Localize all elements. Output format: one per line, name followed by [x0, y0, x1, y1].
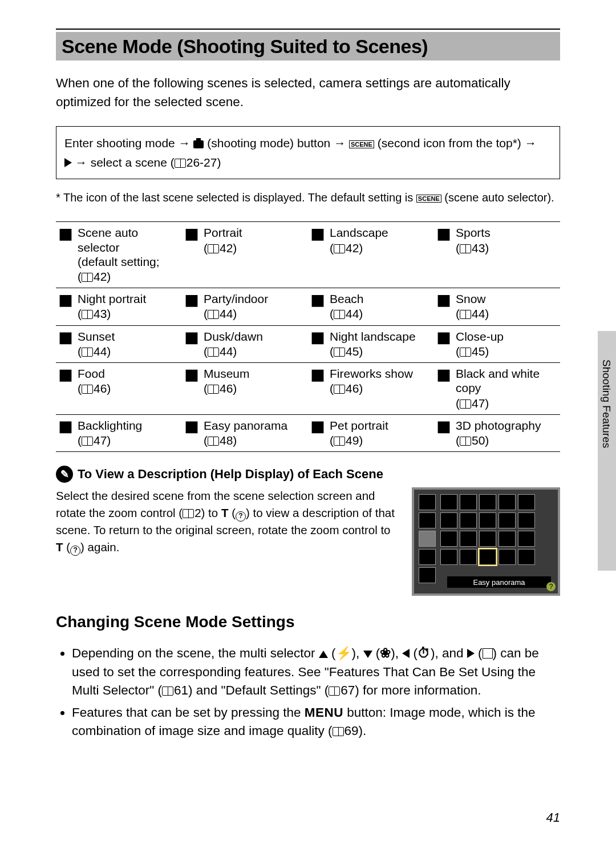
scene-mode-icon — [184, 368, 199, 383]
scene-cell: Night portrait(43) — [56, 288, 182, 325]
scene-mode-icon — [436, 420, 451, 435]
scene-ref: (42) — [330, 240, 388, 256]
bullet-2: Features that can be set by pressing the… — [72, 704, 560, 741]
scene-mode-icon — [184, 420, 199, 435]
scene-ref: (43) — [78, 306, 146, 321]
scene-cell: Scene auto selector(default setting;(42) — [56, 222, 182, 288]
scene-name: Portrait — [204, 225, 242, 240]
scene-icon: SCENE — [349, 140, 374, 148]
camera-screen-preview: Easy panorama ? — [412, 487, 560, 596]
camera-screen-label: Easy panorama — [447, 576, 551, 588]
book-icon — [460, 437, 471, 446]
help-circle-icon: ? — [236, 511, 246, 522]
scene-name: Night portrait — [78, 292, 146, 306]
camera-icon — [193, 140, 204, 148]
scene-cell: Sunset(44) — [56, 325, 182, 362]
navigation-box: Enter shooting mode → (shooting mode) bu… — [56, 126, 560, 179]
scene-icon: SCENE — [416, 195, 441, 203]
scene-name: Easy panorama — [204, 418, 287, 433]
scene-cell: Dusk/dawn(44) — [182, 325, 308, 362]
book-icon — [208, 385, 219, 394]
up-arrow-icon — [319, 651, 328, 658]
scene-ref: (42) — [78, 269, 180, 284]
scene-mode-icon — [436, 331, 451, 346]
scenes-table: Scene auto selector(default setting;(42)… — [56, 221, 560, 452]
right-arrow-icon — [467, 649, 475, 658]
book-icon — [460, 399, 471, 409]
book-icon — [208, 437, 219, 446]
scene-ref: (46) — [78, 381, 111, 396]
book-icon — [183, 509, 194, 518]
book-icon — [334, 310, 345, 319]
book-icon — [82, 310, 93, 319]
book-icon — [460, 244, 471, 253]
scene-mode-icon — [310, 227, 325, 242]
scene-name: Sports — [456, 225, 491, 240]
scene-name: Sunset — [78, 329, 115, 344]
book-icon — [208, 244, 219, 253]
scene-sub: (default setting; — [78, 255, 180, 269]
scene-mode-icon — [310, 420, 325, 435]
scene-mode-icon — [310, 368, 325, 383]
book-icon — [334, 348, 345, 357]
scene-mode-icon — [58, 227, 73, 242]
scene-name: 3D photography — [456, 418, 541, 433]
t-icon: T — [221, 506, 229, 519]
section-heading: Changing Scene Mode Settings — [56, 613, 560, 631]
scene-cell: Black and white copy(47) — [434, 363, 560, 415]
scene-name: Dusk/dawn — [204, 329, 263, 344]
help-heading-text: To View a Description (Help Display) of … — [78, 467, 383, 482]
book-icon — [329, 687, 340, 696]
left-arrow-icon — [402, 649, 410, 658]
and: , and — [435, 646, 467, 660]
scene-name: Museum — [204, 366, 250, 381]
nav-ref: 26-27) — [187, 156, 221, 169]
scene-name: Black and white copy — [456, 366, 558, 395]
scene-mode-icon — [58, 293, 73, 308]
b2a: Features that can be set by pressing the — [72, 705, 305, 720]
scene-mode-icon — [58, 331, 73, 346]
fn2: (scene auto selector). — [444, 191, 554, 204]
scene-ref: (46) — [204, 381, 250, 396]
scene-mode-icon — [184, 331, 199, 346]
book-icon — [334, 244, 345, 253]
b2c: 69). — [345, 724, 367, 738]
scene-name: Night landscape — [330, 329, 416, 344]
help-heading: To View a Description (Help Display) of … — [56, 466, 560, 483]
scene-cell: Easy panorama(48) — [182, 414, 308, 451]
scene-name: Backlighting — [78, 418, 142, 433]
scene-mode-icon — [58, 420, 73, 435]
scene-ref: (44) — [78, 344, 115, 359]
page-number: 41 — [546, 810, 560, 825]
scene-name: Close-up — [456, 329, 504, 344]
scene-cell: Landscape(42) — [308, 222, 434, 288]
book-icon — [175, 159, 186, 168]
scene-mode-icon — [184, 227, 199, 242]
scene-ref: (44) — [204, 344, 263, 359]
nav-t3: (second icon from the top*) — [378, 136, 525, 150]
scene-ref: (42) — [204, 240, 242, 256]
scene-ref: (44) — [456, 306, 489, 321]
ht3: again. — [84, 540, 120, 554]
book-icon — [82, 437, 93, 446]
b1a: Depending on the scene, the multi select… — [72, 646, 319, 660]
scene-mode-icon — [184, 293, 199, 308]
scene-name: Food — [78, 366, 111, 381]
scene-mode-icon — [436, 227, 451, 242]
scene-name: Party/indoor — [204, 292, 268, 306]
htr1: 2) to — [194, 506, 221, 519]
right-arrow-icon — [64, 158, 72, 167]
scene-ref: (45) — [330, 344, 416, 359]
scene-ref: (44) — [204, 306, 268, 321]
scene-cell: Museum(46) — [182, 363, 308, 415]
pencil-icon — [56, 466, 73, 483]
book-icon — [460, 348, 471, 357]
scene-cell: Food(46) — [56, 363, 182, 415]
help-text: Select the desired scene from the scene … — [56, 487, 400, 596]
scene-mode-icon — [310, 293, 325, 308]
t-icon2: T — [56, 540, 63, 554]
book-icon — [460, 310, 471, 319]
nav-t4: select a scene ( — [91, 156, 175, 169]
down-arrow-icon — [363, 651, 372, 658]
scene-name: Snow — [456, 292, 489, 306]
